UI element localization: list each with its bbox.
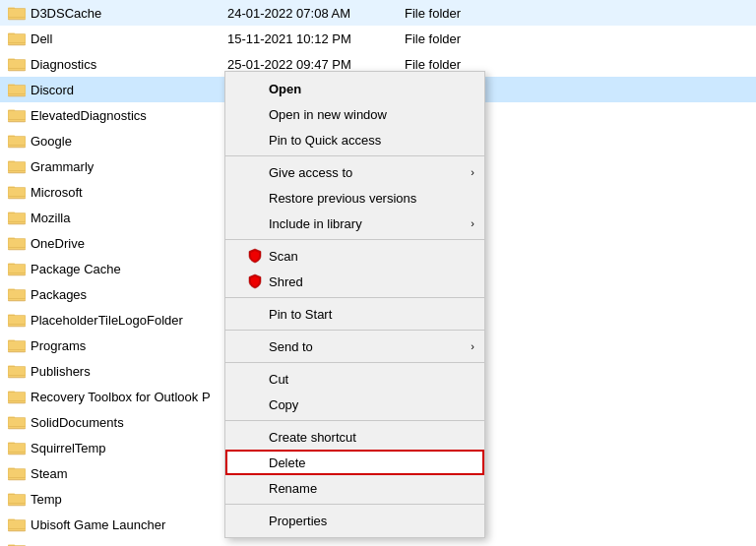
menu-item-include-library[interactable]: Include in library› [225,211,484,236]
file-name: Google [31,134,227,149]
folder-icon [8,133,26,149]
menu-separator [225,239,484,240]
file-name: ElevatedDiagnostics [31,108,227,123]
menu-item-rename[interactable]: Rename [225,475,484,501]
svg-rect-63 [8,316,26,325]
file-name: PlaceholderTileLogoFolder [31,313,227,328]
folder-icon [8,261,26,276]
folder-icon [8,516,26,532]
svg-rect-58 [8,290,26,299]
menu-item-label: Cut [269,372,288,387]
folder-icon [8,491,26,507]
file-row[interactable]: VirtualStoreolder [0,537,756,546]
menu-item-label: Rename [269,481,317,496]
file-name: D3DSCache [31,6,227,21]
svg-rect-73 [8,367,26,376]
context-menu: OpenOpen in new windowPin to Quick acces… [224,71,485,538]
file-name: SolidDocuments [31,415,227,430]
file-name: VirtualStore [31,543,227,547]
shield-icon [245,273,265,289]
svg-rect-48 [8,239,26,248]
file-name: Discord [31,83,227,97]
menu-separator [225,362,484,363]
file-row[interactable]: Dell15-11-2021 10:12 PMFile folder [0,26,756,51]
menu-item-cut[interactable]: Cut [225,366,484,392]
menu-item-send-to[interactable]: Send to› [225,334,484,359]
file-name: Diagnostics [31,57,227,72]
submenu-arrow-icon: › [471,217,474,229]
menu-separator [225,155,484,156]
svg-rect-78 [8,393,26,401]
folder-icon [8,440,26,455]
folder-icon [8,82,26,97]
file-name: Package Cache [31,262,227,276]
file-date: 25-01-2022 09:47 PM [227,57,405,72]
menu-item-delete[interactable]: Delete [225,450,484,475]
folder-icon [8,542,26,546]
svg-rect-38 [8,188,26,197]
svg-rect-68 [8,341,26,350]
menu-item-give-access[interactable]: Give access to› [225,159,484,185]
svg-rect-98 [8,495,26,504]
folder-icon [8,184,26,200]
svg-rect-8 [8,34,26,43]
folder-icon [8,337,26,353]
file-date: 15-11-2021 10:12 PM [227,31,405,46]
folder-icon [8,286,26,302]
menu-item-label: Scan [269,249,298,264]
menu-item-label: Delete [269,455,306,470]
svg-rect-93 [8,469,26,478]
shield-icon [245,248,265,264]
folder-icon [8,158,26,174]
menu-item-label: Pin to Quick access [269,133,381,148]
menu-item-pin-quick-access[interactable]: Pin to Quick access [225,127,484,152]
svg-rect-53 [8,265,26,273]
menu-item-scan[interactable]: Scan [225,243,484,269]
menu-item-properties[interactable]: Properties [225,508,484,533]
folder-icon [8,312,26,328]
menu-item-create-shortcut[interactable]: Create shortcut [225,424,484,450]
menu-item-label: Give access to [269,165,352,180]
file-type: older [405,543,503,547]
menu-item-pin-start[interactable]: Pin to Start [225,301,484,327]
file-row[interactable]: D3DSCache24-01-2022 07:08 AMFile folder [0,0,756,26]
menu-item-label: Properties [269,514,327,528]
file-name: Recovery Toolbox for Outlook P [31,390,227,404]
folder-icon [8,465,26,481]
folder-icon [8,363,26,379]
menu-item-copy[interactable]: Copy [225,392,484,417]
file-type: File folder [405,57,503,72]
menu-item-label: Open [269,82,301,96]
file-date: 24-01-2022 07:08 AM [227,6,405,21]
folder-icon [8,30,26,46]
menu-item-label: Copy [269,397,298,412]
menu-separator [225,330,484,331]
svg-rect-13 [8,60,26,69]
file-name: Ubisoft Game Launcher [31,517,227,532]
svg-rect-88 [8,444,26,453]
file-name: Steam [31,466,227,481]
file-type: File folder [405,6,503,21]
folder-icon [8,56,26,72]
file-name: Packages [31,287,227,302]
file-name: Temp [31,492,227,507]
menu-item-label: Send to [269,339,313,354]
menu-item-label: Pin to Start [269,307,332,322]
menu-separator [225,504,484,505]
menu-separator [225,420,484,421]
menu-item-restore-versions[interactable]: Restore previous versions [225,185,484,211]
file-name: Grammarly [31,159,227,174]
menu-item-shred[interactable]: Shred [225,269,484,294]
menu-item-label: Shred [269,274,303,289]
svg-rect-23 [8,111,26,120]
submenu-arrow-icon: › [471,166,474,178]
menu-item-open-new-window[interactable]: Open in new window [225,101,484,127]
svg-rect-33 [8,162,26,171]
svg-rect-83 [8,418,26,427]
menu-item-label: Restore previous versions [269,191,416,206]
submenu-arrow-icon: › [471,340,474,352]
file-name: Dell [31,31,227,46]
menu-item-label: Include in library [269,216,362,231]
svg-rect-28 [8,137,26,146]
menu-item-open[interactable]: Open [225,76,484,101]
